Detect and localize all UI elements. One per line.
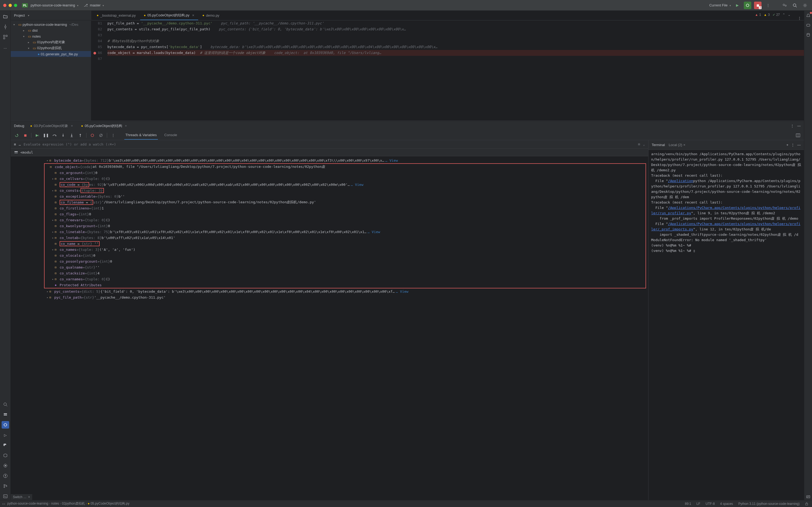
commit-tool-icon[interactable] xyxy=(2,23,9,31)
variable-row[interactable]: ▸⊟ pyc_file_path = {str} '__pycache__/de… xyxy=(11,294,648,300)
structure-tool-icon[interactable] xyxy=(2,33,9,41)
editor-tab[interactable]: ●05.pyCodeObject的结构.py× xyxy=(140,11,198,20)
variables-tree[interactable]: ▸⊟ bytecode_data = {bytes: 712} b'\xe3\x… xyxy=(11,156,648,500)
code-line[interactable]: bytecode_data = pyc_contents['bytecode_d… xyxy=(107,44,804,50)
collapse-up-icon[interactable]: ⌃ xyxy=(782,13,785,17)
more-icon[interactable]: ⋮ xyxy=(764,2,772,9)
indent-settings[interactable]: 4 spaces xyxy=(718,502,735,506)
project-tool-icon[interactable] xyxy=(2,13,9,20)
breakpoint-icon[interactable] xyxy=(94,52,96,55)
code-line[interactable]: # 将bytes转成python中的对象 xyxy=(107,38,804,44)
add-watch-icon[interactable]: ⊞ xyxy=(638,142,640,146)
variable-row[interactable]: ⊟ co_firstlineno = {int} 1 xyxy=(45,205,645,211)
problems-icon[interactable] xyxy=(2,472,9,480)
evaluate-expression-row[interactable]: ≡ … Evaluate expression (⌃) or add a wat… xyxy=(11,140,648,149)
switcher-bar[interactable]: Switch … × xyxy=(11,494,32,500)
ai-assistant-icon[interactable] xyxy=(805,22,811,29)
code-line[interactable]: pyc_file_path = '__pycache__/demo.cpytho… xyxy=(107,20,804,26)
resume-icon[interactable]: ▶| xyxy=(35,133,40,138)
bookmarks-icon[interactable] xyxy=(2,411,9,418)
more-icon[interactable]: … xyxy=(19,142,21,146)
debug-button[interactable] xyxy=(744,2,751,9)
code-line[interactable] xyxy=(107,56,804,62)
maximize-window-icon[interactable] xyxy=(14,4,17,7)
tree-item[interactable]: ▸▭01python内建对象 xyxy=(11,39,91,45)
run-button[interactable]: ▶ xyxy=(734,2,741,9)
database-icon[interactable] xyxy=(805,32,811,38)
stop-button[interactable]: ◼2 xyxy=(754,2,761,9)
step-into-icon[interactable] xyxy=(60,133,66,138)
variable-row[interactable]: ▸⊟ co_varnames = {tuple: 0} () xyxy=(45,276,645,282)
filter-icon[interactable]: ≡ xyxy=(14,142,16,146)
variable-row[interactable]: ⊟ co_nlocals = {int} 0 xyxy=(45,252,645,258)
git-branch-selector[interactable]: ⎇ master ▾ xyxy=(84,3,104,7)
interpreter-selector[interactable]: Python 3.11 (python-source-code-learning… xyxy=(737,502,801,506)
collapse-down-icon[interactable]: ⌄ xyxy=(788,13,791,17)
minimize-icon[interactable]: — xyxy=(797,143,801,147)
step-over-icon[interactable] xyxy=(52,133,57,138)
variable-row[interactable]: ⊟ co_filename = { str} '/Users/lvliangli… xyxy=(45,199,645,205)
console-tab[interactable]: Console xyxy=(163,131,178,139)
packages-icon[interactable] xyxy=(2,452,9,459)
step-out-icon[interactable] xyxy=(77,133,83,138)
file-encoding[interactable]: UTF-8 xyxy=(704,502,716,506)
stop-icon[interactable]: ◼ xyxy=(22,133,28,138)
inspections-widget[interactable]: ▲1 ▲3 ✓27 ⌃ ⌄ xyxy=(755,13,791,17)
more-icon[interactable]: ⋮ xyxy=(110,133,116,138)
project-selector[interactable]: python-source-code-learning ▾ xyxy=(31,3,78,7)
step-into-my-icon[interactable] xyxy=(69,133,74,138)
breadcrumb-item[interactable]: 05.pyCodeObject的结构.py xyxy=(91,502,129,505)
stack-frame-selector[interactable]: <modul xyxy=(11,149,648,156)
pause-icon[interactable]: ❚❚ xyxy=(43,133,49,138)
view-link[interactable]: … View xyxy=(385,158,398,163)
chevron-down-icon[interactable]: ⌄ xyxy=(643,142,645,146)
variable-row[interactable]: ◆ Protected Attributes xyxy=(45,282,645,288)
debug-run-tab[interactable]: ●03.PyCodeObject对象× xyxy=(28,122,75,129)
code-editor[interactable]: 81828384858687 pyc_file_path = '__pycach… xyxy=(91,20,804,121)
variable-row[interactable]: ⊟ co_name = {str} '' xyxy=(45,241,645,246)
breadcrumbs[interactable]: python-source-code-learning › notes › 02… xyxy=(7,501,129,506)
breadcrumb-item[interactable]: 02python虚拟机 xyxy=(62,502,85,505)
view-link[interactable]: … View xyxy=(367,230,380,234)
project-tree[interactable]: ▾ ▭ python-source-code-learning ~/Des ▸▭… xyxy=(11,20,91,121)
search-icon[interactable] xyxy=(2,401,9,408)
run-tool-icon[interactable]: ▷ xyxy=(2,431,9,439)
variable-row[interactable]: ▸⊟ co_lnotab = {bytes: 8} b'\x00\xff\x02… xyxy=(45,235,645,241)
services-icon[interactable] xyxy=(2,462,9,469)
close-icon[interactable]: × xyxy=(28,495,30,499)
threads-variables-tab[interactable]: Threads & Variables xyxy=(124,131,158,139)
variable-row[interactable]: ⊟ co_posonlyargcount = {int} 0 xyxy=(45,258,645,264)
layout-icon[interactable] xyxy=(795,133,801,138)
more-icon[interactable]: ⋮ xyxy=(791,124,794,128)
line-separator[interactable]: LF xyxy=(695,502,702,506)
code-line[interactable]: pyc_contents = utils.read_pyc_file(pyc_f… xyxy=(107,26,804,32)
view-breakpoints-icon[interactable] xyxy=(90,133,95,138)
chevron-down-icon[interactable]: ▾ xyxy=(28,14,29,17)
debug-run-tab[interactable]: ●05.pyCodeObject的结构× xyxy=(79,122,129,129)
editor-tab[interactable]: ●demo.py xyxy=(199,11,223,20)
sci-view-icon[interactable] xyxy=(805,494,811,500)
tree-item[interactable]: ●01.generate_pyc_file.py xyxy=(11,51,91,57)
tree-item[interactable]: ▾▭notes xyxy=(11,33,91,39)
variable-row[interactable]: ▸⊟ co_consts = {tuple: 3} xyxy=(45,187,645,193)
terminal-icon[interactable] xyxy=(2,493,9,500)
minimize-window-icon[interactable] xyxy=(9,4,12,7)
editor-code[interactable]: pyc_file_path = '__pycache__/demo.cpytho… xyxy=(105,20,804,121)
variable-row[interactable]: ⊟ co_exceptiontable = {bytes: 0} b'' xyxy=(45,193,645,199)
terminal-tab[interactable]: Local (2) × xyxy=(669,143,685,147)
code-with-me-icon[interactable] xyxy=(781,2,789,9)
debug-tool-icon[interactable] xyxy=(2,421,9,429)
breadcrumb-item[interactable]: notes xyxy=(51,502,59,505)
variable-row[interactable]: ▸⊟ bytecode_data = {bytes: 712} b'\xe3\x… xyxy=(11,157,648,163)
rerun-icon[interactable] xyxy=(14,133,19,138)
tree-item[interactable]: ▸▭dist xyxy=(11,27,91,33)
caret-position[interactable]: 89:1 xyxy=(683,502,693,506)
editor-tab[interactable]: ●_bootstrap_external.py xyxy=(93,11,139,20)
tool-windows-icon[interactable]: ▭ xyxy=(2,502,5,506)
lock-icon[interactable] xyxy=(803,502,810,505)
variable-row[interactable]: ⊟ co_kwonlyargcount = {int} 0 xyxy=(45,223,645,229)
run-config-selector[interactable]: Current File ▾ xyxy=(709,3,731,7)
close-icon[interactable]: × xyxy=(683,143,686,147)
variable-row[interactable]: ▸⊟ co_names = {tuple: 3} ('A', 'a', 'fun… xyxy=(45,246,645,252)
tabs-more-icon[interactable]: ⋮ xyxy=(795,16,804,20)
